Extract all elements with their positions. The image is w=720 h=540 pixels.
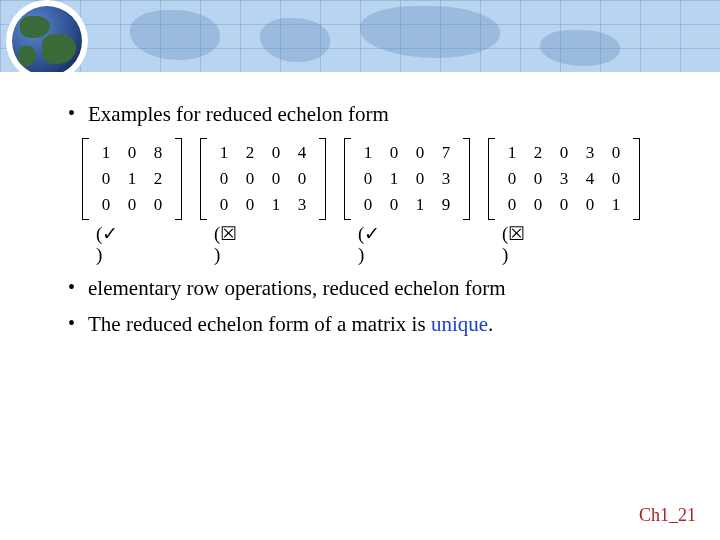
matrix-column: 120300034000001(☒) — [488, 138, 640, 266]
bracket-right — [463, 138, 470, 220]
matrix-cell: 0 — [525, 168, 551, 191]
slide-footer: Ch1_21 — [639, 505, 696, 526]
matrix-cell: 1 — [119, 168, 145, 191]
matrix-cell: 3 — [433, 168, 459, 191]
matrix-verdict: (☒) — [200, 224, 254, 266]
matrix-cell: 0 — [237, 168, 263, 191]
matrix-cell: 0 — [211, 168, 237, 191]
unique-word: unique — [431, 312, 488, 336]
matrix-cell: 1 — [381, 168, 407, 191]
bullet-text-prefix: The reduced echelon form of a matrix is — [88, 312, 431, 336]
matrix-body: 120400000013 — [207, 138, 319, 220]
bullet-unique: The reduced echelon form of a matrix is … — [60, 310, 660, 338]
bullet-text-part2: reduced echelon form — [322, 276, 505, 300]
matrix-body: 100701030019 — [351, 138, 463, 220]
matrix-cell: 0 — [119, 194, 145, 217]
matrix-cell: 0 — [237, 194, 263, 217]
matrix: 100701030019 — [344, 138, 470, 220]
verdict-mark-icon: ✓ — [102, 224, 118, 245]
matrix-cell: 3 — [577, 142, 603, 165]
matrix-cell: 0 — [119, 142, 145, 165]
matrix-column: 108012000(✓) — [82, 138, 182, 266]
matrix-cell: 0 — [93, 194, 119, 217]
matrix-verdict: (☒) — [488, 224, 542, 266]
matrix-column: 100701030019(✓) — [344, 138, 470, 266]
matrix-cell: 0 — [263, 168, 289, 191]
verdict-mark-icon: ☒ — [508, 224, 525, 245]
verdict-mark-icon: ✓ — [364, 224, 380, 245]
matrix-cell: 0 — [381, 142, 407, 165]
matrix-cell: 0 — [577, 194, 603, 217]
matrix-cell: 0 — [407, 168, 433, 191]
bracket-left — [82, 138, 89, 220]
matrix-cell: 0 — [289, 168, 315, 191]
matrix-cell: 1 — [407, 194, 433, 217]
matrix-cell: 1 — [499, 142, 525, 165]
header-banner — [0, 0, 720, 72]
matrix-cell: 0 — [381, 194, 407, 217]
matrix-cell: 1 — [603, 194, 629, 217]
bullet-text-part1: elementary row operations, — [88, 276, 317, 300]
matrix-cell: 0 — [525, 194, 551, 217]
verdict-mark-icon: ☒ — [220, 224, 237, 245]
matrix-cell: 0 — [211, 194, 237, 217]
matrix-cell: 4 — [289, 142, 315, 165]
matrix-cell: 9 — [433, 194, 459, 217]
matrix-cell: 0 — [355, 194, 381, 217]
matrix-cell: 0 — [93, 168, 119, 191]
bullet-text: Examples for reduced echelon form — [88, 102, 389, 126]
matrix-cell: 0 — [499, 194, 525, 217]
globe-icon — [8, 2, 86, 72]
matrix-cell: 7 — [433, 142, 459, 165]
matrix-body: 120300034000001 — [495, 138, 633, 220]
matrix: 120300034000001 — [488, 138, 640, 220]
bullet-row-ops: elementary row operations, reduced echel… — [60, 274, 660, 302]
matrix-cell: 0 — [603, 142, 629, 165]
bracket-left — [200, 138, 207, 220]
matrix-cell: 2 — [525, 142, 551, 165]
matrix: 120400000013 — [200, 138, 326, 220]
matrix-cell: 1 — [211, 142, 237, 165]
matrix-cell: 1 — [355, 142, 381, 165]
matrix-column: 120400000013(☒) — [200, 138, 326, 266]
matrix-cell: 0 — [355, 168, 381, 191]
matrix-cell: 0 — [145, 194, 171, 217]
bullet-text-suffix: . — [488, 312, 493, 336]
matrix-cell: 0 — [263, 142, 289, 165]
matrix-cell: 8 — [145, 142, 171, 165]
matrix-cell: 3 — [551, 168, 577, 191]
matrix-cell: 2 — [145, 168, 171, 191]
bracket-left — [344, 138, 351, 220]
map-grid — [0, 0, 720, 72]
matrix: 108012000 — [82, 138, 182, 220]
matrix-cell: 0 — [499, 168, 525, 191]
matrices-row: 108012000(✓)120400000013(☒)100701030019(… — [82, 138, 660, 266]
matrix-cell: 0 — [603, 168, 629, 191]
bracket-left — [488, 138, 495, 220]
matrix-cell: 3 — [289, 194, 315, 217]
bracket-right — [175, 138, 182, 220]
matrix-cell: 0 — [551, 194, 577, 217]
matrix-verdict: (✓) — [82, 224, 136, 266]
matrix-cell: 0 — [407, 142, 433, 165]
matrix-cell: 4 — [577, 168, 603, 191]
bracket-right — [319, 138, 326, 220]
matrix-cell: 1 — [93, 142, 119, 165]
matrix-cell: 0 — [551, 142, 577, 165]
matrix-verdict: (✓) — [344, 224, 398, 266]
bullet-examples: Examples for reduced echelon form 108012… — [60, 100, 660, 266]
matrix-cell: 1 — [263, 194, 289, 217]
slide-content: Examples for reduced echelon form 108012… — [0, 72, 720, 339]
bracket-right — [633, 138, 640, 220]
matrix-body: 108012000 — [89, 138, 175, 220]
matrix-cell: 2 — [237, 142, 263, 165]
